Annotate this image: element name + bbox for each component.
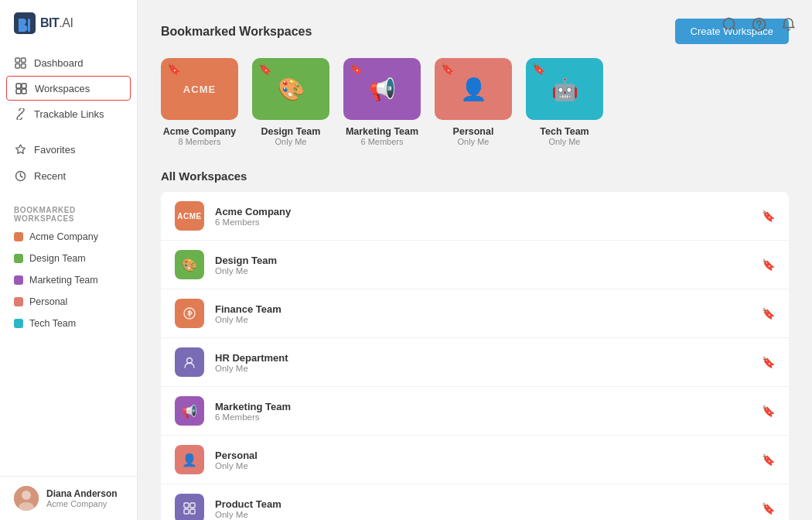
design-card-meta: Only Me [275, 137, 307, 146]
app-logo: BIT.AI [0, 0, 137, 46]
svg-point-16 [759, 26, 760, 28]
user-company: Acme Company [46, 499, 118, 508]
user-avatar [14, 486, 39, 511]
list-icon-acme: ACME [175, 201, 204, 231]
card-tech[interactable]: 🔖 🤖 Tech Team Only Me [526, 58, 603, 146]
svg-rect-21 [184, 509, 189, 514]
svg-rect-5 [21, 63, 26, 68]
list-info-personal: Personal Only Me [215, 450, 751, 470]
sidebar-bookmarked-marketing[interactable]: Marketing Team [0, 269, 137, 291]
workspaces-label: Workspaces [35, 83, 90, 94]
list-item-finance[interactable]: Finance Team Only Me 🔖 [161, 289, 789, 338]
bookmarked-header: Bookmarked Workspaces Create Workspace [161, 19, 789, 44]
all-workspaces-list: ACME Acme Company 6 Members 🔖 🎨 Design T… [161, 192, 789, 520]
sidebar-bookmarked-personal[interactable]: Personal [0, 291, 137, 313]
card-acme[interactable]: 🔖 ACME Acme Company 8 Members [161, 58, 238, 146]
all-workspaces-title: All Workspaces [161, 169, 789, 183]
list-item-personal[interactable]: 👤 Personal Only Me 🔖 [161, 436, 789, 484]
sidebar-secondary-nav: Favorites Recent [0, 136, 137, 189]
list-name-acme: Acme Company [215, 206, 751, 217]
svg-rect-9 [22, 89, 26, 94]
tech-dot [14, 319, 23, 328]
list-name-personal: Personal [215, 450, 751, 461]
sidebar-item-trackable-links[interactable]: Trackable Links [0, 101, 137, 127]
acme-bookmark-icon: 🔖 [167, 63, 180, 75]
list-meta-personal: Only Me [215, 461, 751, 470]
list-icon-finance [175, 299, 204, 328]
marketing-list-bookmark-icon[interactable]: 🔖 [762, 405, 775, 417]
acme-card-name: Acme Company [163, 126, 236, 137]
list-item-acme[interactable]: ACME Acme Company 6 Members 🔖 [161, 192, 789, 241]
sidebar-item-dashboard[interactable]: Dashboard [0, 50, 137, 76]
marketing-dot [14, 275, 23, 285]
marketing-card-name: Marketing Team [346, 126, 418, 137]
main-content: Bookmarked Workspaces Create Workspace 🔖… [138, 0, 812, 520]
favorites-icon [14, 143, 26, 156]
list-item-marketing[interactable]: 📢 Marketing Team 6 Members 🔖 [161, 387, 789, 436]
list-name-design: Design Team [215, 255, 751, 266]
list-icon-personal: 👤 [175, 445, 204, 474]
card-tech-icon: 🔖 🤖 [526, 58, 603, 120]
svg-rect-6 [16, 84, 21, 88]
sidebar-bookmarked-acme[interactable]: Acme Company [0, 226, 137, 248]
card-marketing[interactable]: 🔖 📢 Marketing Team 6 Members [343, 58, 421, 146]
sidebar-item-recent[interactable]: Recent [0, 162, 137, 189]
favorites-label: Favorites [34, 144, 75, 156]
user-info: Diana Anderson Acme Company [46, 488, 118, 508]
sidebar-item-favorites[interactable]: Favorites [0, 136, 137, 162]
list-item-product[interactable]: Product Team Only Me 🔖 [161, 484, 789, 520]
acme-label: Acme Company [29, 231, 98, 242]
design-list-bookmark-icon[interactable]: 🔖 [762, 258, 775, 271]
bit-logo-icon [14, 12, 36, 34]
card-personal[interactable]: 🔖 👤 Personal Only Me [435, 58, 512, 146]
sidebar-item-workspaces[interactable]: Workspaces [6, 76, 131, 101]
acme-card-meta: 8 Members [178, 137, 220, 146]
list-info-marketing: Marketing Team 6 Members [215, 401, 751, 422]
card-design[interactable]: 🔖 🎨 Design Team Only Me [252, 58, 329, 146]
list-icon-design: 🎨 [175, 250, 204, 279]
sidebar-user[interactable]: Diana Anderson Acme Company [0, 476, 137, 520]
hr-list-bookmark-icon[interactable]: 🔖 [762, 356, 775, 368]
list-meta-design: Only Me [215, 266, 751, 275]
sidebar-nav: Dashboard Workspaces Trackable Links [0, 46, 137, 130]
svg-rect-8 [16, 89, 21, 94]
marketing-bookmark-icon: 🔖 [350, 63, 363, 75]
bookmarked-title: Bookmarked Workspaces [161, 25, 312, 39]
personal-list-bookmark-icon[interactable]: 🔖 [762, 453, 775, 466]
notification-icon[interactable] [780, 15, 797, 32]
bookmarked-grid: 🔖 ACME Acme Company 8 Members 🔖 🎨 Design… [161, 58, 789, 146]
list-item-design[interactable]: 🎨 Design Team Only Me 🔖 [161, 241, 789, 289]
sidebar-bookmarked-design[interactable]: Design Team [0, 248, 137, 269]
product-list-bookmark-icon[interactable]: 🔖 [762, 502, 775, 515]
svg-rect-20 [190, 503, 195, 508]
list-info-finance: Finance Team Only Me [215, 303, 751, 324]
logo-text: BIT.AI [40, 16, 73, 30]
design-emoji-icon: 🎨 [278, 77, 305, 102]
acme-list-bookmark-icon[interactable]: 🔖 [762, 210, 775, 222]
list-info-hr: HR Department Only Me [215, 352, 751, 373]
help-icon[interactable] [750, 15, 767, 32]
list-name-product: Product Team [215, 498, 751, 510]
svg-rect-22 [190, 509, 195, 514]
marketing-emoji-icon: 📢 [369, 77, 396, 102]
svg-rect-1 [28, 19, 30, 32]
personal-card-name: Personal [453, 126, 494, 137]
trackable-links-label: Trackable Links [34, 108, 104, 120]
finance-list-bookmark-icon[interactable]: 🔖 [762, 307, 775, 320]
list-icon-marketing: 📢 [175, 396, 204, 426]
list-meta-acme: 6 Members [215, 217, 751, 227]
sidebar-bookmarked-tech[interactable]: Tech Team [0, 313, 137, 334]
list-meta-product: Only Me [215, 510, 751, 519]
tech-card-meta: Only Me [549, 137, 581, 146]
list-item-hr[interactable]: HR Department Only Me 🔖 [161, 338, 789, 387]
design-card-name: Design Team [261, 126, 321, 137]
workspaces-icon [15, 82, 27, 94]
design-dot [14, 254, 23, 263]
list-meta-hr: Only Me [215, 364, 751, 373]
tech-label: Tech Team [29, 318, 76, 329]
card-marketing-icon: 🔖 📢 [343, 58, 421, 120]
tech-card-name: Tech Team [540, 126, 589, 137]
svg-rect-2 [15, 58, 20, 63]
search-icon[interactable] [721, 15, 738, 32]
dashboard-label: Dashboard [34, 57, 84, 69]
